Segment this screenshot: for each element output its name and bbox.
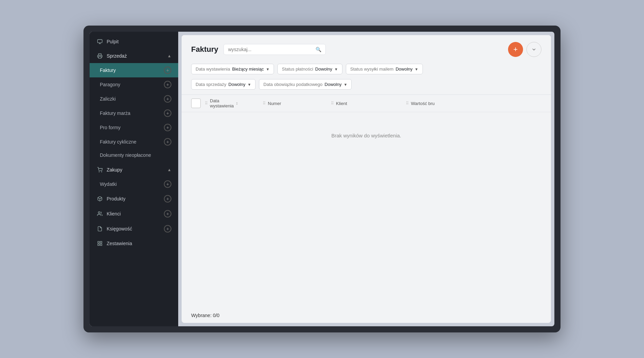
col-klient[interactable]: ⠿ Klient bbox=[331, 101, 406, 106]
more-button[interactable] bbox=[526, 42, 541, 57]
chevron-up-icon: ▲ bbox=[167, 54, 171, 58]
col-data-wystawienia-label: Datawystawienia bbox=[210, 98, 234, 108]
filter-status-platnosci[interactable]: Status płatności Dowolny ▼ bbox=[277, 64, 342, 74]
klienci-add-button[interactable]: + bbox=[164, 210, 171, 218]
grid-icon bbox=[96, 240, 103, 247]
sidebar-produkty-label: Produkty bbox=[107, 196, 125, 202]
filter-data-obowiazku-label: Data obowiązku podatkowego bbox=[263, 82, 322, 87]
col-data-wystawienia[interactable]: ⠿ Datawystawienia ↕ bbox=[205, 98, 263, 108]
filter-status-platnosci-value: Dowolny bbox=[315, 66, 332, 72]
drag-numer-icon: ⠿ bbox=[263, 101, 266, 106]
search-icon: 🔍 bbox=[316, 47, 321, 52]
svg-rect-10 bbox=[98, 244, 99, 245]
screen: Pulpit Sprzedaż ▲ Faktury + Paragony bbox=[90, 32, 554, 326]
sort-icon: ↕ bbox=[236, 101, 238, 106]
filter-status-wysylki[interactable]: Status wysyłki mailem Dowolny ▼ bbox=[346, 64, 423, 74]
svg-rect-8 bbox=[98, 241, 99, 243]
filter-data-obowiazku[interactable]: Data obowiązku podatkowego Dowolny ▼ bbox=[259, 79, 352, 90]
col-wartosc-label: Wartość bru bbox=[411, 101, 435, 106]
faktury-marza-add-button[interactable]: + bbox=[164, 109, 171, 117]
drag-klient-icon: ⠿ bbox=[331, 101, 334, 106]
zakupy-chevron-icon: ▲ bbox=[167, 167, 171, 172]
sidebar-faktury-marza-label: Faktury marża bbox=[100, 110, 130, 116]
sidebar-item-ksiegowosc[interactable]: Księgowość + bbox=[90, 221, 178, 236]
pro-formy-add-button[interactable]: + bbox=[164, 124, 171, 131]
paragony-add-button[interactable]: + bbox=[164, 81, 171, 88]
page-title: Faktury bbox=[191, 45, 218, 54]
filter-data-wystawienia-label: Data wystawienia bbox=[196, 66, 230, 72]
filter-data-wystawienia[interactable]: Data wystawienia Bieżący miesiąc ▼ bbox=[191, 64, 274, 74]
filter-data-sprzedazy-chevron: ▼ bbox=[247, 83, 251, 87]
table-header: ⠿ Datawystawienia ↕ ⠿ Numer ⠿ Klient ⠿ W… bbox=[182, 95, 551, 112]
select-all-checkbox[interactable] bbox=[191, 99, 201, 108]
svg-rect-0 bbox=[97, 40, 102, 43]
svg-point-5 bbox=[102, 171, 102, 172]
empty-message: Brak wyników do wyświetlenia. bbox=[182, 112, 551, 159]
col-klient-label: Klient bbox=[336, 101, 347, 106]
search-box[interactable]: 🔍 bbox=[224, 44, 326, 55]
box-icon bbox=[96, 195, 103, 202]
monitor-icon bbox=[96, 38, 103, 45]
file-icon bbox=[96, 225, 103, 232]
sidebar-item-faktury-marza[interactable]: Faktury marża + bbox=[90, 106, 178, 120]
sidebar-item-zestawienia[interactable]: Zestawienia bbox=[90, 236, 178, 251]
filters: Data wystawienia Bieżący miesiąc ▼ Statu… bbox=[182, 64, 551, 79]
svg-point-7 bbox=[98, 212, 100, 213]
ksiegowosc-add-button[interactable]: + bbox=[164, 225, 171, 233]
faktury-cykliczne-add-button[interactable]: + bbox=[164, 138, 171, 146]
main-header: Faktury 🔍 + bbox=[182, 35, 551, 64]
sidebar-item-zakupy[interactable]: Zakupy ▲ bbox=[90, 163, 178, 177]
filter-status-wysylki-chevron: ▼ bbox=[415, 67, 418, 71]
sidebar-item-pro-formy[interactable]: Pro formy + bbox=[90, 120, 178, 135]
receipt-icon bbox=[96, 53, 103, 59]
sidebar-item-pulpit-label: Pulpit bbox=[107, 39, 119, 44]
sidebar-dokumenty-label: Dokumenty nieopłacone bbox=[100, 152, 151, 158]
main-content: Faktury 🔍 + Data wystawien bbox=[182, 35, 551, 323]
filter-data-sprzedazy[interactable]: Data sprzedaży Dowolny ▼ bbox=[191, 79, 256, 90]
chevron-down-icon: ▼ bbox=[266, 67, 270, 71]
filter-status-platnosci-label: Status płatności bbox=[282, 66, 313, 72]
laptop-frame: Pulpit Sprzedaż ▲ Faktury + Paragony bbox=[83, 26, 561, 332]
sidebar-item-zaliczki[interactable]: Zaliczki + bbox=[90, 92, 178, 106]
sidebar: Pulpit Sprzedaż ▲ Faktury + Paragony bbox=[90, 32, 178, 326]
sidebar-item-sprzedaz[interactable]: Sprzedaż ▲ bbox=[90, 49, 178, 63]
svg-rect-3 bbox=[98, 56, 101, 58]
sidebar-pro-formy-label: Pro formy bbox=[100, 125, 121, 130]
filters-row2: Data sprzedaży Dowolny ▼ Data obowiązku … bbox=[182, 79, 551, 94]
search-input[interactable] bbox=[228, 47, 313, 52]
sidebar-item-faktury-cykliczne[interactable]: Faktury cykliczne + bbox=[90, 135, 178, 149]
sidebar-sprzedaz-label: Sprzedaż bbox=[107, 53, 127, 59]
sidebar-item-pulpit[interactable]: Pulpit bbox=[90, 34, 178, 49]
svg-rect-11 bbox=[100, 244, 102, 245]
sidebar-paragony-label: Paragony bbox=[100, 82, 120, 87]
sidebar-item-wydatki[interactable]: Wydatki + bbox=[90, 177, 178, 191]
filter-data-wystawienia-value: Bieżący miesiąc bbox=[232, 66, 264, 72]
col-numer[interactable]: ⠿ Numer bbox=[263, 101, 331, 106]
filter-data-sprzedazy-value: Dowolny bbox=[228, 82, 245, 87]
sidebar-item-dokumenty-nieoplacone[interactable]: Dokumenty nieopłacone bbox=[90, 149, 178, 161]
sidebar-zaliczki-label: Zaliczki bbox=[100, 96, 116, 102]
sidebar-wydatki-label: Wydatki bbox=[100, 181, 117, 187]
wydatki-add-button[interactable]: + bbox=[164, 180, 171, 188]
sidebar-item-klienci[interactable]: Klienci + bbox=[90, 206, 178, 221]
svg-point-4 bbox=[99, 171, 99, 172]
col-wartosc[interactable]: ⠿ Wartość bru bbox=[406, 101, 541, 106]
drag-icon: ⠿ bbox=[205, 101, 208, 106]
sidebar-ksiegowosc-label: Księgowość bbox=[107, 226, 132, 232]
sidebar-klienci-label: Klienci bbox=[107, 211, 121, 217]
faktury-add-button[interactable]: + bbox=[164, 66, 171, 74]
sidebar-item-paragony[interactable]: Paragony + bbox=[90, 77, 178, 92]
produkty-add-button[interactable]: + bbox=[164, 195, 171, 203]
users-icon bbox=[96, 210, 103, 217]
add-button[interactable]: + bbox=[508, 42, 523, 57]
filter-status-wysylki-value: Dowolny bbox=[396, 66, 413, 72]
zaliczki-add-button[interactable]: + bbox=[164, 95, 171, 103]
col-numer-label: Numer bbox=[268, 101, 281, 106]
filter-data-obowiazku-value: Dowolny bbox=[325, 82, 342, 87]
sidebar-item-faktury[interactable]: Faktury + bbox=[90, 63, 178, 77]
filter-status-wysylki-label: Status wysyłki mailem bbox=[350, 66, 394, 72]
filter-data-sprzedazy-label: Data sprzedaży bbox=[196, 82, 226, 87]
drag-wartosc-icon: ⠿ bbox=[406, 101, 409, 106]
selected-info: Wybrane: 0/0 bbox=[182, 308, 551, 323]
sidebar-item-produkty[interactable]: Produkty + bbox=[90, 191, 178, 206]
